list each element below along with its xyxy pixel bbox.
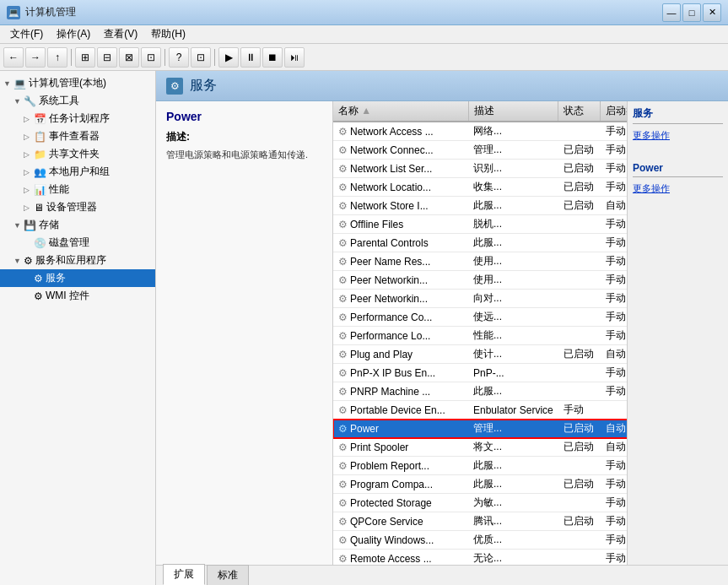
service-status-cell: 已启动: [558, 345, 601, 364]
tree-item-tasks[interactable]: ▷ 📅 任务计划程序: [0, 110, 155, 127]
table-row[interactable]: ⚙Parental Controls此服...手动本地系统: [333, 234, 627, 252]
col-name[interactable]: 名称 ▲: [333, 101, 468, 122]
col-status[interactable]: 状态: [558, 101, 601, 122]
table-row[interactable]: ⚙PnP-X IP Bus En...PnP-...手动本地系统: [333, 364, 627, 382]
table-row[interactable]: ⚙QPCore Service腾讯...已启动手动本地服务: [333, 512, 627, 531]
expand-svcapp: ▼: [13, 257, 24, 265]
expand-devmgr: ▷: [24, 203, 34, 212]
up-button[interactable]: ↑: [47, 47, 67, 68]
tree-item-services[interactable]: ⚙ 服务: [0, 269, 155, 287]
table-row[interactable]: ⚙Portable Device En...Enbulator Service手…: [333, 401, 627, 420]
menu-view[interactable]: 查看(V): [97, 25, 144, 43]
menu-action[interactable]: 操作(A): [50, 25, 97, 43]
table-row[interactable]: ⚙Network Access ...网络...手动网络服务: [333, 122, 627, 141]
tab-standard[interactable]: 标准: [207, 565, 249, 585]
service-desc-cell: 此服...: [468, 234, 558, 252]
table-row[interactable]: ⚙Power管理...已启动自动本地系统: [333, 420, 627, 438]
toolbar-btn2[interactable]: ⊟: [97, 47, 117, 68]
gear-icon: ⚙: [338, 219, 348, 230]
service-desc-cell: 使用...: [468, 271, 558, 290]
table-row[interactable]: ⚙Peer Networkin...使用...手动本地系统: [333, 271, 627, 290]
storage-icon: 💾: [24, 219, 36, 231]
service-startup-cell: 手动: [601, 382, 627, 401]
show-hide-button[interactable]: ⊞: [75, 47, 95, 68]
tree-item-system[interactable]: ▼ 🔧 系统工具: [0, 92, 155, 110]
service-status-cell: [558, 215, 601, 234]
service-startup-cell: 手动: [601, 457, 627, 475]
table-row[interactable]: ⚙Plug and Play使计...已启动自动本地系统: [333, 345, 627, 364]
table-row[interactable]: ⚙Problem Report...此服...手动本地系统: [333, 457, 627, 475]
service-status-cell: [558, 308, 601, 327]
table-row[interactable]: ⚙Quality Windows...优质...手动本地服务: [333, 531, 627, 550]
table-row[interactable]: ⚙Peer Name Res...使用...手动本地系统: [333, 252, 627, 271]
tree-item-root[interactable]: ▼ 💻 计算机管理(本地): [0, 74, 155, 92]
gear-icon: ⚙: [338, 330, 348, 342]
pause-button[interactable]: ⏸: [240, 47, 261, 68]
back-button[interactable]: ←: [3, 47, 24, 68]
menu-file[interactable]: 文件(F): [3, 25, 50, 43]
table-row[interactable]: ⚙Protected Storage为敏...手动本地系统: [333, 494, 627, 512]
tree-item-diskmgmt[interactable]: 💿 磁盘管理: [0, 234, 155, 252]
gear-icon: ⚙: [338, 404, 348, 416]
tree-item-svcapp[interactable]: ▼ ⚙ 服务和应用程序: [0, 252, 155, 269]
table-row[interactable]: ⚙Remote Access ...无论...手动本地系统: [333, 550, 627, 566]
toolbar-btn5[interactable]: ⊡: [191, 47, 211, 68]
services-tree-icon: ⚙: [34, 273, 43, 284]
tab-expand[interactable]: 扩展: [163, 564, 205, 585]
table-row[interactable]: ⚙Performance Co...使远...手动本地服务: [333, 308, 627, 327]
service-desc-cell: 性能...: [468, 327, 558, 345]
service-status-cell: [558, 531, 601, 550]
service-desc-cell: 使用...: [468, 252, 558, 271]
gear-icon: ⚙: [338, 274, 348, 286]
devmgr-icon: 🖥: [34, 202, 44, 214]
table-row[interactable]: ⚙Program Compa...此服...已启动手动本地系统: [333, 475, 627, 494]
table-row[interactable]: ⚙Print Spooler将文...已启动自动本地系统: [333, 438, 627, 457]
table-row[interactable]: ⚙Network Connec...管理...已启动手动本地系统: [333, 141, 627, 160]
table-row[interactable]: ⚙Network Store I...此服...已启动自动本地服务: [333, 197, 627, 215]
stop-button[interactable]: ⏹: [262, 47, 283, 68]
service-desc-cell: 网络...: [468, 122, 558, 141]
forward-button[interactable]: →: [25, 47, 46, 68]
service-startup-cell: 手动: [601, 494, 627, 512]
tree-item-localusers[interactable]: ▷ 👥 本地用户和组: [0, 163, 155, 181]
start-button[interactable]: ▶: [218, 47, 239, 68]
tree-item-shares[interactable]: ▷ 📁 共享文件夹: [0, 145, 155, 163]
service-status-cell: [558, 494, 601, 512]
service-startup-cell: 手动: [601, 122, 627, 141]
minimize-button[interactable]: —: [662, 3, 681, 22]
perf-icon: 📊: [34, 184, 46, 196]
service-desc-cell: 使计...: [468, 345, 558, 364]
table-row[interactable]: ⚙Performance Lo...性能...手动本地服务: [333, 327, 627, 345]
tree-item-devmgr[interactable]: ▷ 🖥 设备管理器: [0, 198, 155, 216]
col-desc[interactable]: 描述: [468, 101, 558, 122]
service-status-cell: 已启动: [558, 141, 601, 160]
help-button[interactable]: ?: [169, 47, 189, 68]
service-startup-cell: 手动: [601, 252, 627, 271]
action-power-more[interactable]: 更多操作: [633, 181, 723, 197]
toolbar-btn4[interactable]: ⊡: [141, 47, 161, 68]
table-row[interactable]: ⚙PNRP Machine ...此服...手动本地系统: [333, 382, 627, 401]
service-startup-cell: 手动: [601, 215, 627, 234]
service-startup-cell: 手动: [601, 290, 627, 308]
table-row[interactable]: ⚙Network List Ser...识别...已启动手动本地服务: [333, 160, 627, 178]
close-button[interactable]: ✕: [703, 3, 721, 22]
col-startup[interactable]: 启动类型: [601, 101, 627, 122]
table-row[interactable]: ⚙Network Locatio...收集...已启动手动本地系统: [333, 178, 627, 197]
table-row[interactable]: ⚙Peer Networkin...向对...手动本地系统: [333, 290, 627, 308]
toolbar-btn3[interactable]: ⊠: [119, 47, 139, 68]
action-services-more[interactable]: 更多操作: [633, 127, 723, 144]
service-startup-cell: 手动: [601, 178, 627, 197]
toolbar-sep3: [214, 49, 215, 66]
restart-button[interactable]: ⏯: [284, 47, 305, 68]
tree-item-eventlog[interactable]: ▷ 📋 事件查看器: [0, 127, 155, 145]
service-name-cell: ⚙Offline Files: [333, 215, 468, 234]
maximize-button[interactable]: □: [682, 3, 701, 22]
eventlog-icon: 📋: [34, 131, 46, 143]
tree-item-wmi[interactable]: ⚙ WMI 控件: [0, 287, 155, 305]
tree-item-perf[interactable]: ▷ 📊 性能: [0, 181, 155, 198]
table-row[interactable]: ⚙Offline Files脱机...手动本地系统: [333, 215, 627, 234]
service-desc-cell: 此服...: [468, 382, 558, 401]
service-name-cell: ⚙Quality Windows...: [333, 531, 468, 550]
tree-item-storage[interactable]: ▼ 💾 存储: [0, 216, 155, 234]
menu-help[interactable]: 帮助(H): [144, 25, 192, 43]
